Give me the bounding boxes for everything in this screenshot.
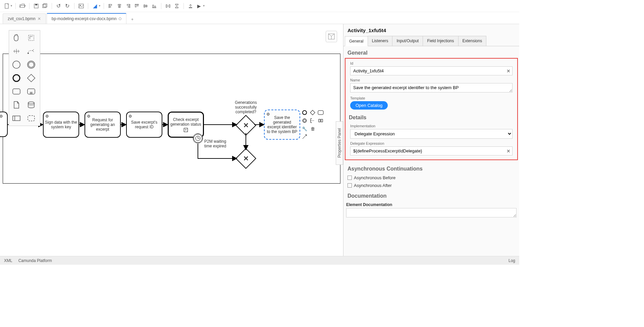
checkbox-icon[interactable] bbox=[347, 183, 352, 188]
log-tab[interactable]: Log bbox=[508, 258, 515, 263]
svg-rect-39 bbox=[28, 74, 35, 82]
xml-tab[interactable]: XML bbox=[4, 258, 12, 263]
task-label: Save excerpt's request ID bbox=[128, 120, 160, 129]
minimap-toggle[interactable] bbox=[326, 31, 337, 42]
checkbox-label: Asynchronous Before bbox=[354, 175, 395, 180]
task-save-request-id[interactable]: ⚙ Save excerpt's request ID bbox=[126, 112, 162, 138]
template-label: Template bbox=[350, 96, 513, 100]
subprocess-tool[interactable] bbox=[26, 86, 37, 97]
section-documentation: Documentation bbox=[343, 189, 519, 201]
undo-button[interactable]: ↺ bbox=[55, 2, 63, 10]
append-end-event[interactable] bbox=[302, 110, 308, 116]
space-tool[interactable] bbox=[11, 46, 22, 57]
redo-button[interactable]: ↻ bbox=[63, 2, 71, 10]
implementation-label: Implementation bbox=[350, 124, 513, 128]
tab-general[interactable]: General bbox=[345, 36, 368, 46]
distribute-v-button[interactable] bbox=[173, 2, 181, 10]
tab-field-injections[interactable]: Field Injections bbox=[423, 36, 458, 46]
add-tab-button[interactable]: + bbox=[127, 15, 138, 24]
align-middle-button[interactable] bbox=[142, 2, 150, 10]
implementation-select[interactable]: Delegate Expression bbox=[350, 129, 513, 139]
task-request-generate[interactable]: ⚙ Request for generating an excerpt bbox=[85, 112, 121, 138]
timer-boundary-event[interactable] bbox=[193, 133, 203, 143]
open-catalog-button[interactable]: Open Catalog bbox=[350, 101, 388, 110]
align-center-button[interactable] bbox=[115, 2, 123, 10]
align-left-button[interactable] bbox=[107, 2, 115, 10]
open-button[interactable] bbox=[18, 2, 26, 10]
clear-icon[interactable]: ✕ bbox=[506, 68, 511, 74]
annotation-icon[interactable] bbox=[310, 118, 316, 124]
align-bottom-button[interactable] bbox=[150, 2, 158, 10]
gateway-merge[interactable]: ✕ bbox=[235, 148, 256, 169]
connect-icon[interactable] bbox=[302, 134, 308, 140]
task-label: Save the generated excerpt identifier to… bbox=[266, 115, 298, 134]
svg-rect-18 bbox=[137, 4, 138, 6]
new-file-button[interactable] bbox=[3, 2, 11, 10]
name-input[interactable]: Save the generated excerpt identifier to… bbox=[350, 83, 513, 92]
data-store-tool[interactable] bbox=[26, 100, 37, 110]
data-object-tool[interactable] bbox=[11, 100, 22, 110]
group-tool[interactable] bbox=[26, 113, 37, 124]
delegate-expression-input[interactable] bbox=[350, 146, 513, 155]
deploy-button[interactable] bbox=[186, 2, 195, 10]
image-button[interactable] bbox=[77, 2, 85, 10]
new-file-chevron-icon[interactable]: ▼ bbox=[10, 4, 13, 7]
run-button[interactable]: ▶ bbox=[195, 2, 203, 10]
properties-panel-toggle[interactable]: Properties Panel bbox=[336, 121, 343, 165]
async-before-checkbox[interactable]: Asynchronous Before bbox=[343, 174, 519, 182]
tab-input-output[interactable]: Input/Output bbox=[392, 36, 423, 46]
svg-rect-23 bbox=[153, 5, 154, 8]
save-button[interactable] bbox=[32, 2, 40, 10]
async-after-checkbox[interactable]: Asynchronous After bbox=[343, 182, 519, 189]
task-partial[interactable]: ⚙ bbox=[0, 112, 8, 137]
gateway-generation-complete[interactable]: ✕ bbox=[235, 115, 256, 136]
change-type-icon[interactable] bbox=[318, 118, 324, 124]
start-event-tool[interactable] bbox=[11, 59, 22, 70]
participant-tool[interactable] bbox=[11, 113, 22, 124]
name-label: Name bbox=[350, 78, 513, 82]
gear-icon: ⚙ bbox=[266, 112, 270, 117]
delete-icon[interactable]: 🗑 bbox=[310, 126, 316, 132]
platform-tab[interactable]: Camunda Platform bbox=[18, 258, 52, 263]
align-right-button[interactable] bbox=[124, 2, 132, 10]
highlighted-section: Id ✕ Name Save the generated excerpt ide… bbox=[345, 58, 518, 160]
task-sign-data[interactable]: ⚙ Sign data with the system key bbox=[43, 112, 79, 138]
global-connect-tool[interactable] bbox=[26, 46, 37, 57]
context-pad: 🔧 🗑 bbox=[302, 110, 324, 140]
gateway-label: Generations successfully completed? bbox=[231, 100, 261, 114]
wrench-icon[interactable]: 🔧 bbox=[302, 126, 308, 132]
tab-listeners[interactable]: Listeners bbox=[368, 36, 393, 46]
clear-icon[interactable]: ✕ bbox=[506, 148, 511, 154]
expand-icon[interactable]: + bbox=[184, 128, 188, 132]
save-all-button[interactable] bbox=[41, 2, 49, 10]
task-label: Request for generating an excerpt bbox=[87, 118, 119, 132]
main-toolbar: ▼ ↺ ↻ ◢ ▼ ▶ ▼ bbox=[0, 0, 519, 12]
close-icon[interactable]: ✕ bbox=[38, 16, 41, 21]
hand-tool[interactable] bbox=[11, 32, 22, 43]
align-top-button[interactable] bbox=[133, 2, 141, 10]
svg-point-38 bbox=[13, 75, 20, 81]
run-chevron-icon[interactable]: ▼ bbox=[203, 4, 205, 7]
section-async: Asynchronous Continuations bbox=[343, 162, 519, 174]
task-tool[interactable] bbox=[11, 86, 22, 97]
lasso-tool[interactable] bbox=[26, 32, 37, 43]
id-input[interactable] bbox=[350, 66, 513, 75]
gateway-tool[interactable] bbox=[26, 73, 37, 83]
checkbox-icon[interactable] bbox=[347, 176, 352, 180]
marker-button[interactable]: ◢ bbox=[91, 2, 99, 10]
tab-bp-modeling[interactable]: bp-modeling-excerpt-csv-docx.bpmn bbox=[47, 13, 126, 24]
intermediate-event-tool[interactable] bbox=[26, 59, 37, 70]
distribute-h-button[interactable] bbox=[164, 2, 172, 10]
append-gateway[interactable] bbox=[310, 110, 316, 116]
section-general: General bbox=[343, 46, 519, 58]
append-intermediate[interactable] bbox=[302, 118, 308, 124]
end-event-tool[interactable] bbox=[11, 73, 22, 83]
diagram-canvas[interactable]: Properties Panel ⚙ ⚙ Sign data with the … bbox=[0, 24, 343, 256]
tab-zvit[interactable]: zvit_csv1.bpmn ✕ bbox=[3, 13, 46, 24]
marker-chevron-icon[interactable]: ▼ bbox=[98, 4, 101, 7]
append-task[interactable] bbox=[318, 110, 324, 116]
tab-extensions[interactable]: Extensions bbox=[458, 36, 487, 46]
task-save-excerpt-id[interactable]: ⚙ Save the generated excerpt identifier … bbox=[264, 110, 300, 140]
element-doc-input[interactable] bbox=[346, 208, 517, 217]
section-details: Details bbox=[347, 111, 515, 123]
